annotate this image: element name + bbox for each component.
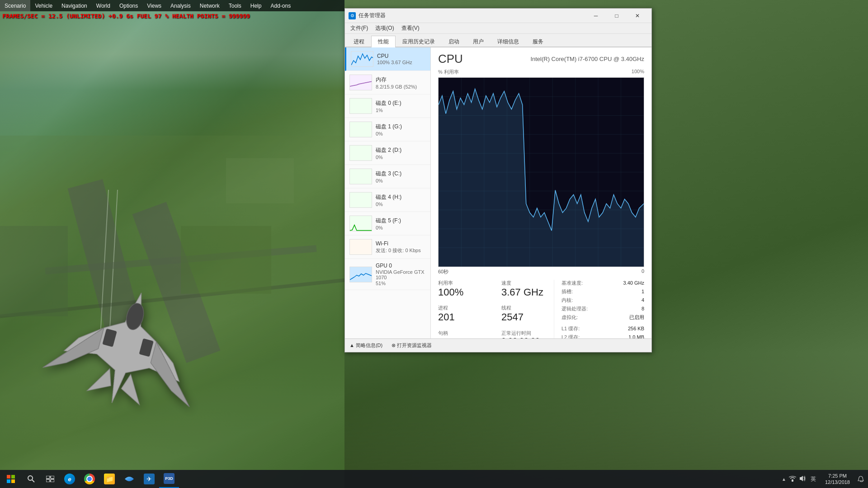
app-icon: ⚙ (349, 12, 356, 19)
options-menu[interactable]: 选项(O) (372, 23, 397, 33)
disk0-sub: 1% (376, 108, 426, 113)
tab-users[interactable]: 用户 (466, 36, 491, 47)
language-indicator[interactable]: 英 (809, 475, 818, 483)
disk5-info: 磁盘 5 (F:) 0% (376, 217, 426, 230)
chrome-button[interactable] (80, 470, 99, 488)
open-resource-monitor[interactable]: ⊗ 打开资源监视器 (392, 342, 432, 349)
usage-label-row: % 利用率 100% (438, 69, 644, 75)
svg-rect-8 (226, 158, 294, 203)
clock[interactable]: 7:25 PM 12/13/2018 (821, 473, 854, 486)
logical-label: 逻辑处理器: (561, 305, 588, 312)
base-speed-row: 基准速度: 3.40 GHz (561, 280, 644, 286)
utilization-label: 利用率 (438, 280, 491, 286)
sidebar-item-disk5[interactable]: 磁盘 5 (F:) 0% (345, 212, 430, 235)
notification-button[interactable] (854, 470, 868, 488)
disk4-mini-chart (349, 192, 372, 208)
start-button[interactable] (0, 470, 22, 488)
svg-rect-50 (792, 479, 793, 482)
resource-title: CPU (438, 52, 463, 66)
close-button[interactable]: ✕ (627, 9, 648, 23)
svg-marker-51 (800, 476, 803, 481)
sidebar-item-disk0[interactable]: 磁盘 0 (E:) 1% (345, 94, 430, 118)
base-speed-label: 基准速度: (561, 280, 583, 286)
view-menu[interactable]: 查看(V) (398, 23, 423, 33)
disk2-info: 磁盘 2 (D:) 0% (376, 146, 426, 160)
clock-date: 12/13/2018 (825, 479, 850, 485)
menu-tools[interactable]: Tools (224, 0, 246, 11)
menu-network[interactable]: Network (195, 0, 224, 11)
menu-views[interactable]: Views (142, 0, 166, 11)
menu-addons[interactable]: Add-ons (266, 0, 295, 11)
disk0-info: 磁盘 0 (E:) 1% (376, 99, 426, 113)
photos-icon (124, 474, 135, 484)
svg-rect-46 (46, 476, 50, 479)
utilization-value: 100% (438, 286, 491, 298)
wifi-info: Wi-Fi 发送: 0 接收: 0 Kbps (376, 240, 426, 254)
svg-rect-14 (350, 99, 372, 114)
menu-help[interactable]: Help (246, 0, 266, 11)
system-tray: ▲ 英 (778, 475, 821, 483)
stats-left: 利用率 100% 速度 3.67 GHz 进程 201 线程 2547 (438, 280, 554, 338)
tab-processes[interactable]: 进程 (347, 36, 371, 47)
sidebar-item-disk2[interactable]: 磁盘 2 (D:) 0% (345, 141, 430, 165)
ie-button[interactable]: e (60, 470, 80, 488)
cpu-model: Intel(R) Core(TM) i7-6700 CPU @ 3.40GHz (530, 56, 644, 62)
sidebar-item-memory[interactable]: 内存 8.2/15.9 GB (52%) (345, 71, 430, 94)
titlebar: ⚙ 任务管理器 ─ □ ✕ (345, 9, 651, 23)
logical-row: 逻辑处理器: 8 (561, 305, 644, 312)
handles-stat: 句柄 85869 (438, 330, 491, 338)
p3d-icon: P3D (164, 473, 175, 484)
svg-rect-42 (7, 479, 10, 483)
graph-time-left: 60秒 (438, 268, 448, 275)
maximize-button[interactable]: □ (606, 9, 627, 23)
tab-details[interactable]: 详细信息 (491, 36, 526, 47)
file-menu[interactable]: 文件(F) (347, 23, 372, 33)
graph-time-right: 0 (642, 268, 644, 275)
explorer-icon: 📁 (104, 474, 115, 484)
speed-stat: 速度 3.67 GHz (501, 280, 554, 301)
minimize-button[interactable]: ─ (585, 9, 606, 23)
plane-button[interactable]: ✈ (139, 470, 159, 488)
sidebar-item-disk4[interactable]: 磁盘 4 (H:) 0% (345, 188, 430, 212)
l1-row: L1 缓存: 256 KB (561, 325, 644, 332)
svg-rect-41 (11, 475, 15, 479)
task-view-button[interactable] (41, 470, 60, 488)
sidebar-item-gpu[interactable]: GPU 0 NVIDIA GeForce GTX 1070 51% (345, 259, 430, 290)
collapse-button[interactable]: ▲ 简略信息(D) (349, 342, 382, 349)
p3d-button[interactable]: P3D (159, 470, 179, 488)
menu-scenario[interactable]: Scenario (0, 0, 30, 11)
disk0-name: 磁盘 0 (E:) (376, 99, 426, 107)
sidebar-item-wifi[interactable]: Wi-Fi 发送: 0 接收: 0 Kbps (345, 235, 430, 259)
chrome-icon (84, 474, 95, 484)
tab-performance[interactable]: 性能 (371, 36, 396, 47)
menu-vehicle[interactable]: Vehicle (30, 0, 57, 11)
menu-analysis[interactable]: Analysis (166, 0, 195, 11)
tab-services[interactable]: 服务 (526, 36, 550, 47)
l1-label: L1 缓存: (561, 325, 580, 332)
tab-bar: 进程 性能 应用历史记录 启动 用户 详细信息 服务 (345, 34, 651, 47)
menu-options[interactable]: Options (115, 0, 142, 11)
disk2-mini-chart (349, 145, 372, 161)
photos-button[interactable] (119, 470, 139, 488)
menu-world[interactable]: World (92, 0, 115, 11)
disk5-name: 磁盘 5 (F:) (376, 217, 426, 225)
sidebar: CPU 100% 3.67 GHz 内存 8.2/15.9 GB (52%) (345, 47, 431, 338)
mem-info: 内存 8.2/15.9 GB (52%) (376, 76, 426, 89)
search-button[interactable] (22, 470, 41, 488)
explorer-button[interactable]: 📁 (99, 470, 119, 488)
l2-value: 1.0 MB (628, 334, 644, 338)
taskbar: e 📁 (0, 470, 868, 488)
sidebar-item-cpu[interactable]: CPU 100% 3.67 GHz (345, 47, 430, 71)
tab-startup[interactable]: 启动 (442, 36, 466, 47)
tab-app-history[interactable]: 应用历史记录 (396, 36, 442, 47)
cpu-graph (438, 77, 644, 267)
network-icon (789, 475, 796, 483)
tray-expand[interactable]: ▲ (782, 477, 786, 482)
hud-display: FRAMES/SEC = 12.5 (UNLIMITED) +0.9 Gs FU… (2, 13, 250, 19)
svg-rect-16 (350, 145, 372, 161)
window-title: 任务管理器 (359, 12, 585, 19)
sidebar-item-disk3[interactable]: 磁盘 3 (C:) 0% (345, 165, 430, 188)
sidebar-item-disk1[interactable]: 磁盘 1 (G:) 0% (345, 118, 430, 141)
pinned-apps: e 📁 (60, 470, 179, 488)
menu-navigation[interactable]: Navigation (57, 0, 92, 11)
